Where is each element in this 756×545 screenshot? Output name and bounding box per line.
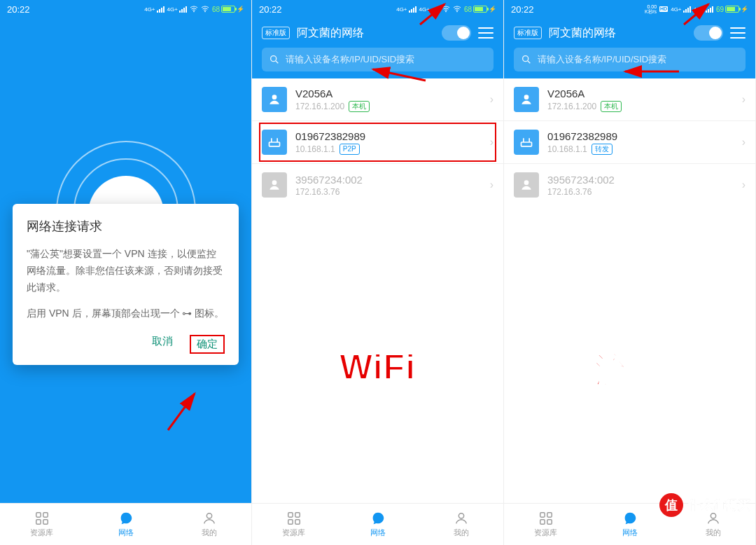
dialog-line2: 启用 VPN 后，屏幕顶部会出现一个 ⊶ 图标。 (27, 305, 225, 322)
svg-rect-27 (522, 142, 532, 146)
signal-1: 4G+ (396, 6, 416, 13)
device-user-icon (514, 172, 539, 198)
device-row[interactable]: V2056A172.16.1.200本机 › (504, 78, 755, 120)
device-name: 39567234:002 (295, 174, 482, 186)
search-icon (521, 54, 532, 65)
phone-screenshot-2: 20:22 4G+ 4G+ 68⚡ 标准版 阿文菌的网络 请输入设备名称/IP/… (252, 0, 504, 545)
network-toggle[interactable] (442, 25, 471, 41)
device-list: V2056A172.16.1.200本机 › 01967238298910.16… (252, 78, 503, 503)
svg-point-24 (523, 56, 528, 62)
signal-2: 4G+ (419, 6, 439, 13)
svg-rect-35 (540, 520, 545, 524)
cancel-button[interactable]: 取消 (152, 335, 173, 354)
bottom-nav: 资源库 网络 我的 (0, 503, 251, 545)
signal-1: 4G+ (144, 6, 164, 13)
vpn-key-icon: ⊶ (182, 305, 192, 322)
nav-mine[interactable]: 我的 (419, 504, 503, 545)
device-user-icon (514, 87, 539, 112)
device-row[interactable]: 39567234:002172.16.3.76 › (252, 163, 503, 206)
status-time: 20:22 (259, 4, 396, 15)
nav-network[interactable]: 网络 (336, 504, 420, 545)
wifi-icon-2 (201, 5, 209, 13)
device-row[interactable]: 01967238298910.168.1.1转发 › (504, 120, 755, 163)
svg-rect-19 (288, 513, 293, 517)
phone-screenshot-3: 20:22 0.00K秒/s HD 4G+ 4G+ 69⚡ 标准版 阿文菌的网络… (504, 0, 756, 545)
device-user-icon (262, 172, 287, 198)
chevron-right-icon: › (490, 179, 493, 191)
device-tag-local: 本机 (349, 101, 370, 112)
watermark: 值 什么值得买 (659, 493, 750, 517)
network-name: 阿文菌的网络 (297, 26, 435, 41)
device-row[interactable]: 39567234:002172.16.3.76 › (504, 163, 755, 206)
svg-point-12 (272, 95, 277, 99)
overlay-label-wifi: WiFi (340, 347, 416, 387)
svg-rect-13 (270, 142, 280, 146)
signal-2: 4G+ (694, 6, 713, 13)
dialog-body: "蒲公英"想要设置一个 VPN 连接，以便监控网络流量。除非您信任该来源，否则请… (27, 246, 225, 322)
search-placeholder: 请输入设备名称/IP/UID/SID搜索 (286, 53, 414, 66)
svg-rect-4 (43, 513, 48, 517)
svg-rect-21 (288, 520, 293, 524)
svg-point-7 (207, 513, 212, 518)
device-name: 39567234:002 (547, 174, 734, 186)
menu-icon[interactable] (730, 27, 746, 39)
svg-point-30 (524, 180, 529, 185)
edition-badge: 标准版 (514, 27, 542, 39)
nav-library[interactable]: 资源库 (0, 504, 84, 545)
status-right: 4G+ 4G+ 68⚡ (396, 5, 496, 13)
wifi-icon (442, 5, 450, 13)
device-name: V2056A (295, 88, 482, 99)
device-ip: 10.168.1.1 (547, 144, 587, 154)
svg-point-0 (193, 11, 194, 12)
svg-point-23 (459, 513, 464, 518)
status-bar: 20:22 0.00K秒/s HD 4G+ 4G+ 69⚡ (504, 0, 755, 18)
device-tag-local: 本机 (601, 101, 622, 112)
signal-1: 4G+ (671, 6, 690, 13)
svg-rect-5 (36, 520, 41, 524)
signal-2: 4G+ (167, 6, 187, 13)
device-list: V2056A172.16.1.200本机 › 01967238298910.16… (504, 78, 755, 503)
svg-rect-6 (43, 520, 48, 524)
app-header: 标准版 阿文菌的网络 请输入设备名称/IP/UID/SID搜索 (504, 18, 755, 78)
hd-badge: HD (659, 6, 668, 12)
network-toggle[interactable] (694, 25, 723, 41)
nav-library[interactable]: 资源库 (252, 504, 336, 545)
svg-line-11 (276, 61, 278, 63)
dialog-title: 网络连接请求 (27, 218, 225, 235)
device-ip: 172.16.3.76 (547, 187, 592, 197)
status-bar: 20:22 4G+ 4G+ 68⚡ (0, 0, 251, 18)
status-right: 0.00K秒/s HD 4G+ 4G+ 69⚡ (645, 4, 748, 14)
search-input[interactable]: 请输入设备名称/IP/UID/SID搜索 (514, 48, 746, 71)
device-name: 019672382989 (547, 130, 734, 142)
network-speed: 0.00K秒/s (645, 4, 657, 14)
svg-rect-36 (547, 520, 552, 524)
search-input[interactable]: 请输入设备名称/IP/UID/SID搜索 (262, 48, 493, 71)
device-tag-relay: 转发 (592, 144, 612, 155)
nav-network[interactable]: 网络 (84, 504, 168, 545)
status-right: 4G+ 4G+ 68⚡ (144, 5, 244, 13)
vpn-dialog: 网络连接请求 "蒲公英"想要设置一个 VPN 连接，以便监控网络流量。除非您信任… (13, 204, 239, 365)
device-row[interactable]: V2056A172.16.1.200本机 › (252, 78, 503, 120)
chevron-right-icon: › (742, 93, 746, 106)
svg-line-2 (168, 394, 195, 430)
annotation-arrow-ok (161, 388, 203, 440)
nav-mine[interactable]: 我的 (167, 504, 251, 545)
device-name: 019672382989 (295, 130, 482, 142)
device-ip: 172.16.1.200 (547, 102, 596, 111)
menu-icon[interactable] (478, 27, 493, 39)
svg-point-10 (271, 56, 276, 62)
search-icon (269, 54, 280, 65)
battery-indicator: 68⚡ (464, 6, 496, 13)
chevron-right-icon: › (742, 136, 746, 149)
overlay-label-cellular: 流量 (594, 347, 666, 394)
ok-button[interactable]: 确定 (190, 335, 225, 354)
device-ip: 172.16.3.76 (295, 187, 340, 197)
chevron-right-icon: › (490, 93, 493, 106)
edition-badge: 标准版 (262, 27, 290, 39)
status-bar: 20:22 4G+ 4G+ 68⚡ (252, 0, 503, 18)
wifi-icon-2 (453, 5, 461, 13)
device-row[interactable]: 01967238298910.168.1.1P2P › (252, 120, 503, 163)
battery-indicator: 68⚡ (212, 6, 244, 13)
nav-library[interactable]: 资源库 (504, 504, 588, 545)
chevron-right-icon: › (742, 179, 746, 191)
